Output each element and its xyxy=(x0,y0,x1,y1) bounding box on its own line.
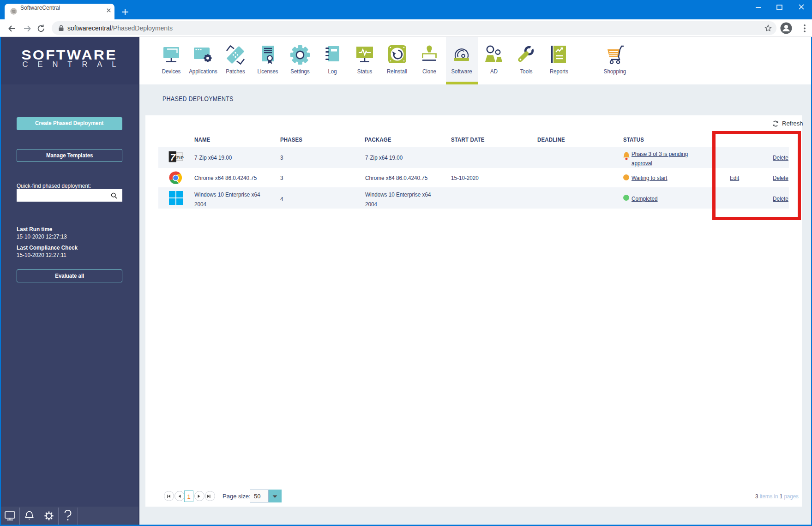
svg-text:ZIP: ZIP xyxy=(176,155,184,160)
svg-text:7: 7 xyxy=(170,152,176,162)
